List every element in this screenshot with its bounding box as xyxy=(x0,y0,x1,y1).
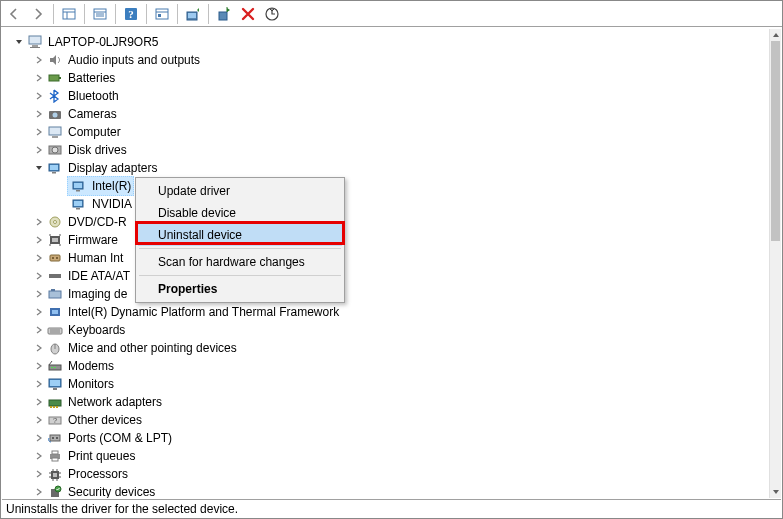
menu-item-scan-for-hardware-changes[interactable]: Scan for hardware changes xyxy=(138,251,342,273)
status-text: Uninstalls the driver for the selected d… xyxy=(6,502,238,516)
chevron-right-icon[interactable] xyxy=(32,215,46,229)
chevron-right-icon[interactable] xyxy=(32,323,46,337)
chevron-right-icon[interactable] xyxy=(32,125,46,139)
tree-category-dvd-cd-r[interactable]: DVD/CD-R xyxy=(6,213,769,231)
cancel-button[interactable] xyxy=(237,3,259,25)
tree-category-disk-drives[interactable]: Disk drives xyxy=(6,141,769,159)
tree-category-ide-ata-at[interactable]: IDE ATA/AT xyxy=(6,267,769,285)
chevron-right-icon[interactable] xyxy=(32,233,46,247)
chevron-right-icon[interactable] xyxy=(32,251,46,265)
svg-rect-11 xyxy=(158,14,161,17)
tree-category-firmware[interactable]: Firmware xyxy=(6,231,769,249)
toolbar-separator xyxy=(177,4,178,24)
chevron-right-icon[interactable] xyxy=(32,467,46,481)
properties-button[interactable] xyxy=(151,3,173,25)
device-tree: LAPTOP-0LJR9OR5 Audio inputs and outputs… xyxy=(2,29,769,498)
category-icon xyxy=(46,232,64,248)
chevron-right-icon[interactable] xyxy=(32,341,46,355)
tree-category-label: Mice and other pointing devices xyxy=(68,339,237,357)
vertical-scrollbar[interactable] xyxy=(769,29,781,498)
chevron-right-icon[interactable] xyxy=(32,89,46,103)
svg-point-27 xyxy=(52,147,58,153)
chevron-right-icon[interactable] xyxy=(32,449,46,463)
menu-item-properties[interactable]: Properties xyxy=(138,278,342,300)
svg-rect-33 xyxy=(76,190,80,192)
tree-category-label: Other devices xyxy=(68,411,142,429)
tree-category-label: Security devices xyxy=(68,483,155,498)
show-hidden-button[interactable] xyxy=(58,3,80,25)
category-icon xyxy=(46,394,64,410)
chevron-right-icon[interactable] xyxy=(32,359,46,373)
tree-device-intel-r[interactable]: Intel(R) xyxy=(6,177,769,195)
tree-root[interactable]: LAPTOP-0LJR9OR5 xyxy=(6,33,769,51)
tree-category-keyboards[interactable]: Keyboards xyxy=(6,321,769,339)
scrollbar-up-arrow[interactable] xyxy=(770,29,781,41)
tree-category-cameras[interactable]: Cameras xyxy=(6,105,769,123)
chevron-right-icon[interactable] xyxy=(32,305,46,319)
forward-button[interactable] xyxy=(27,3,49,25)
chevron-down-icon[interactable] xyxy=(12,35,26,49)
menu-item-label: Properties xyxy=(158,282,217,296)
chevron-right-icon[interactable] xyxy=(32,143,46,157)
menu-item-update-driver[interactable]: Update driver xyxy=(138,180,342,202)
view-button[interactable] xyxy=(89,3,111,25)
chevron-right-icon[interactable] xyxy=(32,485,46,498)
svg-rect-20 xyxy=(49,75,59,81)
chevron-right-icon[interactable] xyxy=(32,53,46,67)
menu-item-label: Disable device xyxy=(158,206,236,220)
tree-category-imaging-de[interactable]: Imaging de xyxy=(6,285,769,303)
context-menu: Update driverDisable deviceUninstall dev… xyxy=(135,177,345,303)
tree-category-network-adapters[interactable]: Network adapters xyxy=(6,393,769,411)
uninstall-device-button[interactable] xyxy=(213,3,235,25)
menu-item-disable-device[interactable]: Disable device xyxy=(138,202,342,224)
chevron-right-icon[interactable] xyxy=(32,413,46,427)
tree-device-nvidia[interactable]: NVIDIA xyxy=(6,195,769,213)
svg-rect-70 xyxy=(49,400,61,406)
scrollbar-thumb[interactable] xyxy=(771,41,780,241)
tree-category-security-devices[interactable]: Security devices xyxy=(6,483,769,498)
svg-rect-24 xyxy=(49,127,61,135)
chevron-right-icon[interactable] xyxy=(32,377,46,391)
tree-category-monitors[interactable]: Monitors xyxy=(6,375,769,393)
chevron-right-icon[interactable] xyxy=(32,269,46,283)
tree-category-label: Disk drives xyxy=(68,141,127,159)
tree-category-label: Keyboards xyxy=(68,321,125,339)
scan-hardware-button[interactable] xyxy=(261,3,283,25)
tree-category-mice-and-other-pointing-devices[interactable]: Mice and other pointing devices xyxy=(6,339,769,357)
svg-point-46 xyxy=(52,257,54,259)
tree-category-intel-r-dynamic-platform-and-thermal-framework[interactable]: Intel(R) Dynamic Platform and Thermal Fr… xyxy=(6,303,769,321)
category-icon xyxy=(46,358,64,374)
menu-separator xyxy=(139,275,341,276)
chevron-right-icon[interactable] xyxy=(32,287,46,301)
tree-category-display-adapters[interactable]: Display adapters xyxy=(6,159,769,177)
help-button[interactable]: ? xyxy=(120,3,142,25)
update-driver-button[interactable] xyxy=(182,3,204,25)
tree-category-bluetooth[interactable]: Bluetooth xyxy=(6,87,769,105)
svg-point-38 xyxy=(54,221,57,224)
tree-category-audio-inputs-and-outputs[interactable]: Audio inputs and outputs xyxy=(6,51,769,69)
svg-point-66 xyxy=(54,367,56,369)
tree-category-label: Ports (COM & LPT) xyxy=(68,429,172,447)
chevron-right-icon[interactable] xyxy=(32,107,46,121)
chevron-right-icon[interactable] xyxy=(32,431,46,445)
svg-rect-19 xyxy=(30,47,40,48)
chevron-down-icon[interactable] xyxy=(32,161,46,175)
tree-category-other-devices[interactable]: ?Other devices xyxy=(6,411,769,429)
svg-rect-69 xyxy=(53,388,57,390)
chevron-right-icon[interactable] xyxy=(32,71,46,85)
svg-text:?: ? xyxy=(53,416,58,425)
svg-rect-40 xyxy=(52,238,58,242)
tree-category-ports-com-lpt[interactable]: Ports (COM & LPT) xyxy=(6,429,769,447)
menu-item-uninstall-device[interactable]: Uninstall device xyxy=(138,224,342,246)
tree-category-modems[interactable]: Modems xyxy=(6,357,769,375)
tree-category-computer[interactable]: Computer xyxy=(6,123,769,141)
svg-rect-71 xyxy=(50,406,52,408)
tree-category-human-int[interactable]: Human Int xyxy=(6,249,769,267)
back-button[interactable] xyxy=(3,3,25,25)
tree-category-processors[interactable]: Processors xyxy=(6,465,769,483)
scrollbar-down-arrow[interactable] xyxy=(770,486,781,498)
chevron-right-icon[interactable] xyxy=(32,395,46,409)
tree-category-label: Display adapters xyxy=(68,159,157,177)
tree-category-print-queues[interactable]: Print queues xyxy=(6,447,769,465)
tree-category-batteries[interactable]: Batteries xyxy=(6,69,769,87)
